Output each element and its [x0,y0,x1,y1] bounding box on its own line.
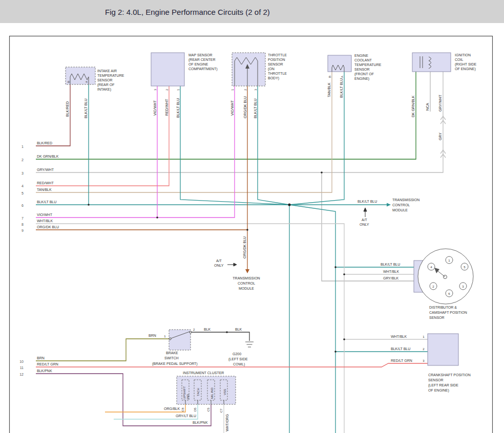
tcm-bottom-label: TRANSMISSION [233,276,260,280]
tps-label: POSITION [268,58,285,61]
ect-pin-label: B [328,76,331,78]
distributor-wire-label: GRY/BLK [383,276,399,280]
junction-dot [343,273,345,275]
junction-dot [334,351,337,353]
map-wire-label: VIO/WHT [153,100,157,116]
ect-sensor-box [328,55,351,72]
map-wire-label: BLK/LT BLU [176,98,180,118]
ect-pin-label: A [341,76,344,78]
tcm-right-note: A/T [362,218,368,222]
brake-switch-label: SWITCH [164,356,179,360]
cluster-wire-label: WHT/ORG [225,414,229,431]
cluster-wire-label: ORG/BLK [164,407,180,410]
iat-pin-label: B [67,81,70,83]
row-wire-label: WHT/BLK [37,219,53,223]
map-label: COMPARTMENT) [188,67,218,71]
row-number: 5 [22,191,24,195]
crankshaft-label: SENSOR [428,378,444,382]
crankshaft-label: CRANKSHAFT POSITION [428,373,471,377]
row-number: 12 [19,373,24,376]
blk-wire-label: BLK [204,328,211,331]
gauge-label: UPSHIFT [183,386,186,399]
iat-wire-label: BLK/LT BLU [84,99,88,118]
tcm-bottom-note: ONLY [214,264,224,267]
tps-wire-label: VIO/WHT [230,100,234,116]
tcm-right-label: TRANSMISSION [392,198,419,202]
map-wire-label: RED/WHT [165,99,169,116]
diagram-canvas: Fig 2: 4.0L, Engine Performance Circuits… [0,0,504,433]
coil-wire-label: GRY/WHT [438,94,442,112]
junction-dot [288,203,290,206]
row-wire-label: RED/LT GRN [37,362,58,366]
iat-pin-label: A [85,81,88,83]
tcm-right-note: ONLY [360,223,369,226]
junction-dot [226,331,228,333]
tps-label: SENSOR [268,62,283,66]
junction-dot [343,338,345,340]
gauge-label: MIL IND [211,387,214,399]
ect-label: ENGINE [354,54,368,57]
iat-label: (REAR OF [97,83,114,87]
brake-switch-label: (BRAKE PEDAL SUPPORT) [152,362,198,366]
cluster-pin-label: D5 [194,407,197,412]
row-wire-label: RED/WHT [37,181,54,185]
crankshaft-sensor-box [428,334,458,365]
distributor-wire-label: BLK/LT BLU [381,263,400,266]
distributor-label: DISTRIBUTOR & [429,306,457,309]
gauge-label: VSS [223,389,226,395]
crankshaft-wire-label: WHT/BLK [391,335,407,338]
coil-wire-label: DK GRN/BLK [411,95,415,117]
map-label: MAP SENSOR [188,53,213,57]
iat-wire-label: BLK/RED [66,101,69,117]
cluster-title: INSTRUMENT CLUSTER [183,371,224,375]
iat-label: INTAKE) [97,88,111,92]
cluster-pin-label: C8 [181,407,184,412]
tps-label: BODY) [268,76,279,80]
wiring-diagram-page: Fig 2: 4.0L, Engine Performance Circuits… [0,0,504,433]
junction-dot [156,216,158,219]
switch-pin [169,338,171,340]
tps-label: THROTTLE [268,53,287,57]
ect-wire-label: BLK/LT BLU [340,78,343,98]
tcm-bottom-wire-label: ORG/DK BLU [243,236,246,258]
coil-label: IGNITION [455,53,471,57]
tps-label: THROTTLE [268,72,287,75]
switch-pin [190,331,192,333]
ect-label: (FRONT OF [354,72,374,76]
iat-label: SENSOR [97,78,113,82]
row-number: 6 [22,204,24,207]
distributor-label: SENSOR [429,316,445,319]
ect-label: SENSOR [354,68,370,71]
row-number: 10 [19,360,24,363]
row-number: 7 [22,216,24,220]
row-wire-label: BLK/PNK [37,369,52,373]
coil-label: COIL [455,58,463,61]
crankshaft-wire-label: RED/LT GRN [391,359,412,362]
row-wire-label: TAN/BLK [37,188,52,191]
tcm-right-label: MODULE [392,208,408,212]
ect-label: TEMPERATURE [354,63,382,67]
iat-label: INTAKE AIR [97,69,117,73]
cluster-pin-label: C5 [207,407,210,412]
row-number: 4 [22,184,24,188]
crankshaft-label: (LEFT REAR SIDE [428,383,458,387]
ground-label: (LEFT SIDE [228,357,248,361]
row-number: 9 [22,229,24,232]
ect-label: COOLANT [354,58,372,62]
row-number: 3 [22,171,24,175]
ect-label: ENGINE) [354,77,369,81]
cluster-pin-label: C7 [220,408,223,413]
row-wire-label: BLK/RED [37,141,52,145]
gauge-label: TACH [197,388,200,396]
row-wire-label: DK GRN/BLK [37,155,59,158]
cluster-wire-label: GRY/LT BLU [176,414,196,418]
coil-label: (RIGHT SIDE [455,62,477,67]
row-number: 11 [20,366,24,370]
crankshaft-label: OF ENGINE) [428,388,449,393]
figure-title: Fig 2: 4.0L, Engine Performance Circuits… [105,8,270,16]
tcm-bottom-label: CONTROL [238,282,255,285]
row-number: 1 [22,145,24,148]
junction-dot [246,229,248,231]
coil-label: OF ENGINE) [455,67,476,71]
ect-wire-label: TAN/BLK [327,82,331,97]
